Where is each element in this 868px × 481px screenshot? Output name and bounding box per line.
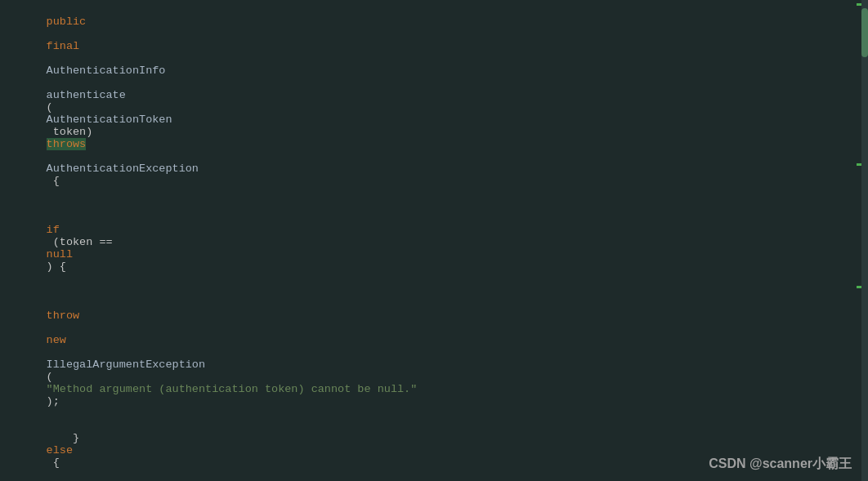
keyword-public: public: [47, 16, 87, 28]
method-authenticate: authenticate: [47, 89, 126, 101]
keyword-final: final: [47, 40, 80, 52]
code-line-3: throw new IllegalArgumentException ( "Me…: [0, 285, 868, 420]
code-editor: public final AuthenticationInfo authenti…: [0, 0, 868, 481]
code-line-1: public final AuthenticationInfo authenti…: [0, 3, 868, 199]
auth-exception-class: AuthenticationException: [47, 163, 199, 175]
line-marker-2: [857, 163, 861, 166]
code-line-2: if (token == null ) {: [0, 199, 868, 285]
scrollbar[interactable]: [861, 0, 868, 481]
scrollbar-thumb[interactable]: [861, 8, 868, 57]
throws-keyword: throws: [47, 138, 87, 150]
line-marker-3: [857, 286, 861, 288]
line-marker-1: [857, 3, 861, 6]
type-authinfo: AuthenticationInfo: [47, 65, 166, 77]
watermark: CSDN @scanner小霸王: [709, 456, 852, 473]
